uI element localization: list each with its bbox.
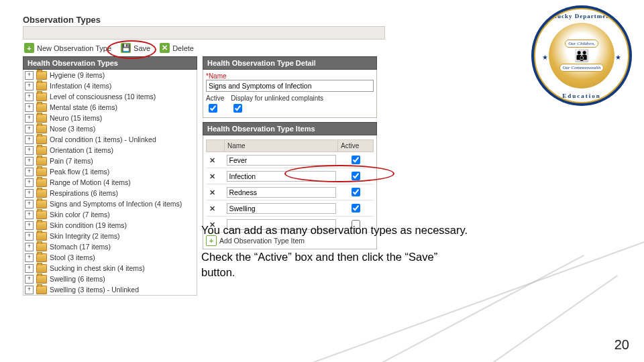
remove-item-button[interactable]: ✕ xyxy=(209,156,217,164)
tree-item[interactable]: +Stool (3 items) xyxy=(23,252,197,263)
remove-item-button[interactable]: ✕ xyxy=(209,188,217,196)
tree-item-label: Mental state (6 items) xyxy=(50,103,117,111)
expand-icon[interactable]: + xyxy=(25,264,34,273)
tree-item[interactable]: +Respirations (6 items) xyxy=(23,188,197,198)
folder-icon xyxy=(36,157,47,166)
star-icon: ★ xyxy=(542,54,548,61)
folder-icon xyxy=(36,253,47,262)
tree-item[interactable]: +Swelling (3 items) - Unlinked xyxy=(23,284,197,295)
tree-item[interactable]: +Nose (3 items) xyxy=(23,123,197,134)
new-observation-type-button[interactable]: + New Observation Type xyxy=(24,43,111,53)
expand-icon[interactable]: + xyxy=(25,232,34,241)
item-active-checkbox[interactable] xyxy=(352,172,360,180)
tree-item-label: Skin color (7 items) xyxy=(50,210,110,219)
expand-icon[interactable]: + xyxy=(25,135,34,144)
expand-icon[interactable]: + xyxy=(25,275,34,284)
tree-item[interactable]: +Swelling (6 items) xyxy=(23,274,197,284)
folder-icon xyxy=(36,189,47,198)
tree-item[interactable]: +Hygiene (9 items) xyxy=(23,70,197,80)
name-input[interactable] xyxy=(206,80,374,92)
folder-icon xyxy=(36,125,47,133)
folder-icon xyxy=(36,286,47,294)
tree-item[interactable]: +Oral condition (1 items) - Unlinked xyxy=(23,134,197,145)
section-bar xyxy=(23,26,385,40)
display-unlinked-checkbox[interactable] xyxy=(233,104,242,113)
folder-icon xyxy=(36,243,47,251)
item-name-input[interactable] xyxy=(227,155,336,166)
new-observation-type-label: New Observation Type xyxy=(37,44,111,52)
expand-icon[interactable]: + xyxy=(25,253,34,262)
seal-ring-top: Kentucky Department of xyxy=(535,13,628,19)
expand-icon[interactable]: + xyxy=(25,93,34,101)
tree-item-label: Stomach (17 items) xyxy=(50,243,111,251)
expand-icon[interactable]: + xyxy=(25,114,34,123)
tree-item[interactable]: +Sucking in chest skin (4 items) xyxy=(23,263,197,274)
item-name-input[interactable] xyxy=(227,187,336,198)
expand-icon[interactable]: + xyxy=(25,200,34,208)
seal-banner-top: Our Children, xyxy=(565,40,598,48)
folder-icon xyxy=(36,168,47,176)
observation-type-tree[interactable]: +Hygiene (9 items)+Infestation (4 items)… xyxy=(23,70,197,296)
expand-icon[interactable]: + xyxy=(25,71,34,80)
tree-item-label: Neuro (15 items) xyxy=(50,114,102,122)
active-checkbox[interactable] xyxy=(209,104,217,113)
observation-item-row: ✕ xyxy=(207,152,374,168)
expand-icon[interactable]: + xyxy=(25,146,34,155)
tree-item[interactable]: +Neuro (15 items) xyxy=(23,113,197,123)
items-panel-header: Health Observation Type Items xyxy=(203,122,377,135)
tree-item-label: Pain (7 items) xyxy=(50,157,93,165)
expand-icon[interactable]: + xyxy=(25,189,34,198)
tree-item[interactable]: +Infestation (4 items) xyxy=(23,80,197,91)
tree-item-label: Stool (3 items) xyxy=(50,253,95,261)
seal-banner-bottom: Our Commonwealth xyxy=(559,64,604,72)
tree-item[interactable]: +Range of Motion (4 items) xyxy=(23,177,197,188)
expand-icon[interactable]: + xyxy=(25,243,34,251)
tree-item[interactable]: +Stomach (17 items) xyxy=(23,241,197,252)
delete-button[interactable]: ✕ Delete xyxy=(160,43,194,53)
folder-icon xyxy=(36,146,47,155)
save-button[interactable]: 💾 Save xyxy=(121,43,150,53)
delete-icon: ✕ xyxy=(160,43,170,53)
instruction-text: You can add as many observation types as… xyxy=(201,223,470,292)
tree-item[interactable]: +Orientation (1 items) xyxy=(23,145,197,156)
expand-icon[interactable]: + xyxy=(25,178,34,187)
tree-item-label: Nose (3 items) xyxy=(50,125,95,133)
seal-figures-icon: 👪 xyxy=(574,50,589,62)
expand-icon[interactable]: + xyxy=(25,286,34,294)
expand-icon[interactable]: + xyxy=(25,82,34,90)
tree-item[interactable]: +Skin condition (19 items) xyxy=(23,220,197,231)
remove-item-button[interactable]: ✕ xyxy=(209,204,217,213)
observation-item-row: ✕ xyxy=(207,184,374,200)
save-icon: 💾 xyxy=(121,43,131,53)
expand-icon[interactable]: + xyxy=(25,210,34,219)
tree-item[interactable]: +Mental state (6 items) xyxy=(23,102,197,113)
folder-icon xyxy=(36,275,47,284)
instruction-paragraph-1: You can add as many observation types as… xyxy=(201,223,470,237)
expand-icon[interactable]: + xyxy=(25,103,34,112)
app-title: Observation Types xyxy=(23,15,385,25)
folder-icon xyxy=(36,232,47,241)
kde-seal: Kentucky Department of ★ ★ Our Children,… xyxy=(531,5,632,106)
tree-panel-header: Health Observation Types xyxy=(23,56,197,70)
expand-icon[interactable]: + xyxy=(25,125,34,133)
item-name-input[interactable] xyxy=(227,203,336,214)
item-active-checkbox[interactable] xyxy=(352,204,360,213)
tree-item-label: Skin condition (19 items) xyxy=(50,221,127,229)
tree-item[interactable]: +Peak flow (1 items) xyxy=(23,166,197,177)
expand-icon[interactable]: + xyxy=(25,168,34,176)
expand-icon[interactable]: + xyxy=(25,157,34,166)
observation-item-row: ✕ xyxy=(207,200,374,217)
tree-item[interactable]: +Signs and Symptoms of Infection (4 item… xyxy=(23,198,197,209)
folder-icon xyxy=(36,93,47,101)
tree-item[interactable]: +Skin color (7 items) xyxy=(23,209,197,220)
tree-item[interactable]: +Pain (7 items) xyxy=(23,156,197,166)
tree-item[interactable]: +Skin Integrity (2 items) xyxy=(23,231,197,241)
page-number: 20 xyxy=(614,337,629,353)
remove-item-button[interactable]: ✕ xyxy=(209,172,217,180)
item-active-checkbox[interactable] xyxy=(352,188,360,196)
tree-item[interactable]: +Level of consciousness (10 items) xyxy=(23,91,197,102)
item-name-input[interactable] xyxy=(227,171,336,182)
tree-item-label: Orientation (1 items) xyxy=(50,146,113,154)
item-active-checkbox[interactable] xyxy=(352,156,360,164)
expand-icon[interactable]: + xyxy=(25,221,34,230)
